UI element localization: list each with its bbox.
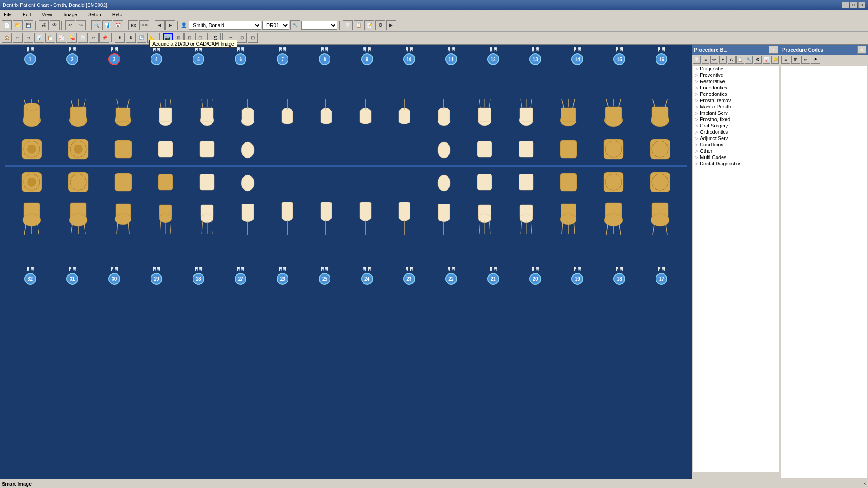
tooth-16-occlusal[interactable] bbox=[648, 137, 672, 162]
tb2-grid2[interactable]: ⊡ bbox=[248, 33, 258, 43]
tooth-num-2[interactable]: 2 bbox=[66, 53, 78, 65]
proc-codes-edit-icon[interactable]: ✏ bbox=[801, 56, 810, 64]
tb-save[interactable]: 💾 bbox=[24, 20, 33, 30]
proc-item-orthodontics[interactable]: ▷ Orthodontics bbox=[693, 129, 779, 135]
tooth-8-crown[interactable] bbox=[318, 98, 334, 134]
tooth-num-27[interactable]: 27 bbox=[235, 273, 246, 285]
tb2-7[interactable]: 💊 bbox=[67, 33, 77, 43]
tooth-24-crown[interactable] bbox=[358, 198, 373, 239]
tooth-17-crown[interactable] bbox=[648, 198, 672, 239]
tb-preview[interactable]: 👁 bbox=[50, 20, 60, 30]
proc-item-periodontics[interactable]: ▷ Periodontics bbox=[693, 91, 779, 97]
tooth-num-16[interactable]: 16 bbox=[656, 53, 667, 65]
status-dropdown[interactable] bbox=[301, 21, 337, 30]
tooth-14-occlusal[interactable] bbox=[558, 137, 579, 162]
tooth-21-crown[interactable] bbox=[476, 198, 494, 239]
tooth-5-crown[interactable] bbox=[198, 98, 216, 134]
tooth-11-occlusal[interactable] bbox=[435, 137, 453, 162]
menu-file[interactable]: File bbox=[2, 11, 14, 18]
tooth-num-23[interactable]: 23 bbox=[403, 273, 415, 285]
tooth-30-crown[interactable] bbox=[113, 198, 133, 239]
tb2-5[interactable]: 📋 bbox=[45, 33, 55, 43]
tb-print[interactable]: 🖨 bbox=[39, 20, 49, 30]
tb-schedule[interactable]: 📅 bbox=[113, 20, 123, 30]
tooth-16-crown[interactable] bbox=[648, 98, 672, 134]
tooth-26-crown[interactable] bbox=[279, 198, 295, 239]
tooth-num-12[interactable]: 12 bbox=[487, 53, 499, 65]
proc-item-adjunct[interactable]: ▷ Adjunct Serv bbox=[693, 135, 779, 141]
tb2-13[interactable]: 🔄 bbox=[137, 33, 146, 43]
tooth-num-13[interactable]: 13 bbox=[529, 53, 541, 65]
tooth-num-21[interactable]: 21 bbox=[487, 273, 499, 285]
proc-item-other[interactable]: ▷ Other bbox=[693, 148, 779, 154]
tb2-1[interactable]: 🏠 bbox=[2, 33, 12, 43]
tooth-22-occlusal[interactable] bbox=[435, 170, 453, 195]
tb-chart[interactable]: 📊 bbox=[102, 20, 112, 30]
proc-codes-grid-icon[interactable]: ⊞ bbox=[791, 56, 800, 64]
proc-item-diagnostic[interactable]: ▷ Diagnostic bbox=[693, 66, 779, 72]
tooth-18-crown[interactable] bbox=[602, 198, 625, 239]
tooth-14-crown[interactable] bbox=[558, 98, 579, 134]
tooth-13-crown[interactable] bbox=[517, 98, 535, 134]
tooth-num-8[interactable]: 8 bbox=[319, 53, 330, 65]
proc-item-maxillo[interactable]: ▷ Maxillo Prosth bbox=[693, 103, 779, 110]
proc-item-dental-diag[interactable]: ▷ Dental Diagnostics bbox=[693, 160, 779, 167]
tb-redo[interactable]: ↪ bbox=[76, 20, 86, 30]
proc-item-prostho-fixed[interactable]: ▷ Prostho, fixed bbox=[693, 116, 779, 122]
tooth-20-crown[interactable] bbox=[517, 198, 535, 239]
tooth-num-19[interactable]: 19 bbox=[571, 273, 583, 285]
si-close-icon[interactable]: × bbox=[863, 481, 866, 486]
proc-item-preventive[interactable]: ▷ Preventive bbox=[693, 72, 779, 78]
patient-dropdown[interactable]: Smith, Donald bbox=[189, 21, 261, 30]
tooth-22-crown[interactable] bbox=[435, 198, 453, 239]
tooth-15-occlusal[interactable] bbox=[602, 137, 625, 162]
tooth-19-occlusal[interactable] bbox=[558, 170, 579, 195]
minimize-button[interactable]: _ bbox=[842, 2, 849, 8]
tb2-6[interactable]: 📈 bbox=[56, 33, 66, 43]
tooth-30-occlusal[interactable] bbox=[113, 170, 133, 195]
tooth-17-occlusal[interactable] bbox=[648, 170, 672, 195]
tooth-num-30[interactable]: 30 bbox=[108, 273, 120, 285]
tooth-num-22[interactable]: 22 bbox=[445, 273, 457, 285]
proc-item-endodontics[interactable]: ▷ Endodontics bbox=[693, 84, 779, 91]
proc-tb-icons1[interactable]: 🗂 bbox=[728, 56, 736, 64]
tb-rx[interactable]: Rx bbox=[128, 20, 138, 30]
proc-item-implant[interactable]: ▷ Implant Serv bbox=[693, 110, 779, 116]
tooth-1-occlusal[interactable] bbox=[20, 137, 43, 162]
proc-tb-icons4[interactable]: ⚙ bbox=[754, 56, 761, 64]
tooth-num-10[interactable]: 10 bbox=[403, 53, 415, 65]
tooth-num-17[interactable]: 17 bbox=[656, 273, 667, 285]
tooth-15-crown[interactable] bbox=[602, 98, 625, 134]
tooth-29-occlusal[interactable] bbox=[156, 170, 175, 195]
tooth-1-crown[interactable] bbox=[20, 98, 43, 134]
tb2-12[interactable]: ⬇ bbox=[126, 33, 136, 43]
tooth-27-occlusal[interactable] bbox=[239, 170, 256, 195]
tooth-6-occlusal[interactable] bbox=[239, 137, 256, 162]
tb-img2[interactable]: 📋 bbox=[354, 20, 363, 30]
tb-patient-next[interactable]: ▶ bbox=[165, 20, 175, 30]
tooth-4-crown[interactable] bbox=[156, 98, 175, 134]
tb-img3[interactable]: 📝 bbox=[364, 20, 374, 30]
tooth-num-5[interactable]: 5 bbox=[193, 53, 204, 65]
doctor-dropdown[interactable]: DR01 bbox=[262, 21, 289, 30]
tooth-25-crown[interactable] bbox=[318, 198, 334, 239]
tooth-num-7[interactable]: 7 bbox=[277, 53, 288, 65]
proc-item-oral-surgery[interactable]: ▷ Oral Surgery bbox=[693, 122, 779, 129]
menu-view[interactable]: View bbox=[40, 11, 55, 18]
tooth-19-crown[interactable] bbox=[558, 198, 579, 239]
tooth-num-32[interactable]: 32 bbox=[24, 273, 36, 285]
tooth-12-occlusal[interactable] bbox=[476, 137, 494, 162]
proc-tb-edit[interactable]: ✏ bbox=[710, 56, 718, 64]
tooth-18-occlusal[interactable] bbox=[602, 170, 625, 195]
tooth-11-crown[interactable] bbox=[435, 98, 453, 134]
proc-tb-list[interactable]: ≡ bbox=[702, 56, 709, 64]
tooth-num-6[interactable]: 6 bbox=[235, 53, 246, 65]
proc-codes-close-btn[interactable]: × bbox=[857, 46, 866, 54]
tooth-num-9[interactable]: 9 bbox=[361, 53, 373, 65]
tb-dox[interactable]: DOX bbox=[139, 20, 149, 30]
tooth-num-26[interactable]: 26 bbox=[277, 273, 288, 285]
tooth-num-18[interactable]: 18 bbox=[613, 273, 625, 285]
tb-open[interactable]: 📂 bbox=[13, 20, 23, 30]
tooth-3-crown[interactable] bbox=[113, 98, 133, 134]
tb2-11[interactable]: ⬆ bbox=[115, 33, 125, 43]
